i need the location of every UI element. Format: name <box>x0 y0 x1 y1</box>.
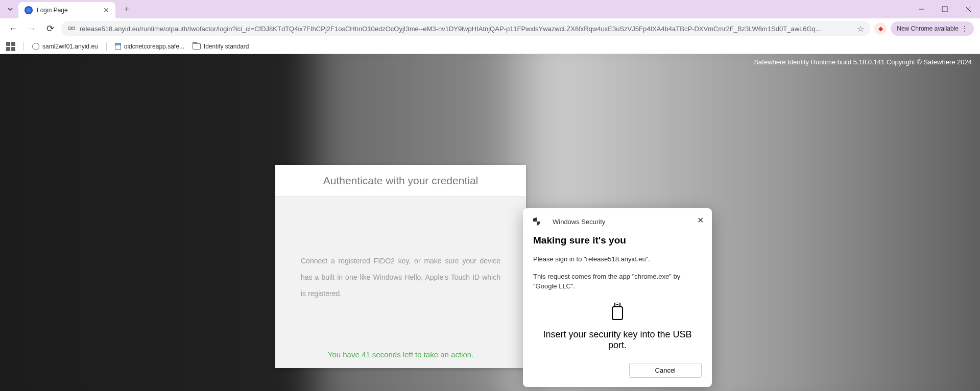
dialog-close-button[interactable]: ✕ <box>697 215 704 225</box>
svg-rect-11 <box>612 307 623 320</box>
svg-rect-8 <box>533 222 537 226</box>
usb-key-icon <box>533 303 702 320</box>
svg-rect-10 <box>616 304 618 305</box>
reload-button[interactable]: ⟳ <box>43 21 57 36</box>
new-tab-button[interactable]: + <box>119 2 134 16</box>
bookmarks-bar: saml2wif01.anyid.eu oidcnetcoreapp.safe.… <box>0 39 980 54</box>
cancel-button[interactable]: Cancel <box>629 363 702 378</box>
copyright-text: Safewhere Identify Runtime build 5.18.0.… <box>754 58 972 66</box>
folder-icon <box>193 43 201 50</box>
svg-rect-5 <box>72 27 75 30</box>
dialog-instruction: Insert your security key into the USB po… <box>533 329 702 351</box>
page-content: Safewhere Identify Runtime build 5.18.0.… <box>0 54 980 391</box>
bookmark-identify[interactable]: Identify standard <box>193 43 249 50</box>
auth-description: Connect a registered FIDO2 key, or make … <box>301 253 500 302</box>
bookmark-saml[interactable]: saml2wif01.anyid.eu <box>32 43 98 50</box>
separator <box>106 42 107 51</box>
tab-search-button[interactable] <box>4 3 16 15</box>
tab-title: Login Page <box>37 7 99 14</box>
site-info-icon[interactable] <box>67 25 76 33</box>
dialog-buttons: Cancel <box>533 363 702 378</box>
dialog-request-text: This request comes from the app "chrome.… <box>533 272 702 291</box>
dialog-heading: Making sure it's you <box>533 235 702 246</box>
svg-rect-1 <box>942 7 947 12</box>
auth-body: Connect a registered FIDO2 key, or make … <box>275 197 526 368</box>
extension-icon[interactable]: ◆ <box>874 22 887 35</box>
maximize-button[interactable] <box>933 0 957 18</box>
svg-rect-7 <box>537 217 540 222</box>
bookmark-oidc[interactable]: oidcnetcoreapp.safe... <box>115 43 184 50</box>
menu-dots-icon: ⋮ <box>962 25 968 32</box>
apps-button[interactable] <box>6 42 15 51</box>
document-icon <box>115 43 121 50</box>
svg-rect-4 <box>68 27 71 30</box>
url-text: release518.anyid.eu/runtime/otpauth/twof… <box>80 25 853 33</box>
bookmark-label: oidcnetcoreapp.safe... <box>124 43 184 50</box>
chip-label: New Chrome available <box>897 25 959 32</box>
close-window-button[interactable] <box>957 0 980 18</box>
dialog-title-row: Windows Security <box>533 217 702 226</box>
shield-icon <box>533 217 540 226</box>
browser-tab-bar: Login Page ✕ + <box>0 0 980 18</box>
globe-icon <box>32 43 39 50</box>
minimize-button[interactable] <box>910 0 933 18</box>
browser-tab[interactable]: Login Page ✕ <box>18 2 115 18</box>
auth-countdown: You have 41 seconds left to take an acti… <box>275 350 526 359</box>
window-controls <box>910 0 980 18</box>
auth-title: Authenticate with your credential <box>275 165 526 197</box>
address-bar-row: ← → ⟳ release518.anyid.eu/runtime/otpaut… <box>0 18 980 39</box>
favicon-icon <box>25 6 33 14</box>
back-button[interactable]: ← <box>6 21 20 36</box>
bookmark-label: Identify standard <box>204 43 249 50</box>
close-tab-button[interactable]: ✕ <box>103 6 109 14</box>
dialog-app-name: Windows Security <box>553 218 605 226</box>
windows-security-dialog: ✕ Windows Security Making sure it's you … <box>523 208 712 387</box>
separator <box>23 42 24 51</box>
bookmark-star-icon[interactable]: ☆ <box>857 24 864 34</box>
dialog-signin-text: Please sign in to "release518.anyid.eu". <box>533 254 702 264</box>
auth-card: Authenticate with your credential Connec… <box>275 165 526 368</box>
forward-button[interactable]: → <box>25 21 39 36</box>
address-bar[interactable]: release518.anyid.eu/runtime/otpauth/twof… <box>61 21 870 36</box>
bookmark-label: saml2wif01.anyid.eu <box>42 43 98 50</box>
new-chrome-chip[interactable]: New Chrome available ⋮ <box>891 21 974 36</box>
